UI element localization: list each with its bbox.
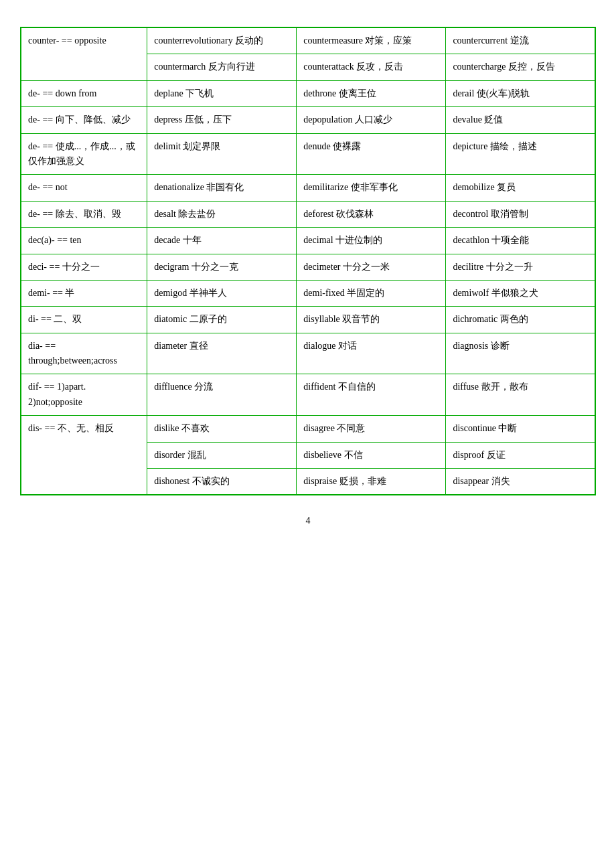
example-cell: countercurrent 逆流 xyxy=(446,27,595,54)
example-cell: decilitre 十分之一升 xyxy=(446,254,595,280)
example-cell: countercharge 反控，反告 xyxy=(446,54,595,80)
table-row: de- == 使成...，作成...，或仅作加强意义 delimit 划定界限 … xyxy=(21,133,595,175)
example-cell: decigram 十分之一克 xyxy=(147,254,297,280)
example-cell: countermarch 反方向行进 xyxy=(147,54,297,80)
example-cell: counterrevolutionary 反动的 xyxy=(147,27,297,54)
prefix-cell: dif- == 1)apart. 2)not;opposite xyxy=(21,374,147,416)
example-cell: diameter 直径 xyxy=(147,333,297,374)
table-row: dif- == 1)apart. 2)not;opposite diffluen… xyxy=(21,374,595,416)
example-cell: disappear 消失 xyxy=(446,469,595,495)
prefix-cell: di- == 二、双 xyxy=(21,307,147,333)
prefix-cell: de- == not xyxy=(21,175,147,201)
example-cell: decimeter 十分之一米 xyxy=(297,254,446,280)
example-cell: devalue 贬值 xyxy=(446,107,595,133)
example-cell: decontrol 取消管制 xyxy=(446,201,595,227)
example-cell: dispraise 贬损，非难 xyxy=(297,469,446,495)
main-table: counter- == opposite counterrevolutionar… xyxy=(20,27,596,495)
prefix-cell: dia- == through;between;across xyxy=(21,333,147,374)
prefix-cell: demi- == 半 xyxy=(21,280,147,306)
table-row: de- == 向下、降低、减少 depress 压低，压下 depopulati… xyxy=(21,107,595,133)
table-row: demi- == 半 demigod 半神半人 demi-fixed 半固定的 … xyxy=(21,280,595,306)
example-cell: disorder 混乱 xyxy=(147,442,297,468)
example-cell: decimal 十进位制的 xyxy=(297,228,446,254)
table-row: de- == 除去、取消、毁 desalt 除去盐份 deforest 砍伐森林… xyxy=(21,201,595,227)
example-cell: discontinue 中断 xyxy=(446,416,595,442)
prefix-cell: de- == 使成...，作成...，或仅作加强意义 xyxy=(21,133,147,175)
prefix-cell: deci- == 十分之一 xyxy=(21,254,147,280)
example-cell: dialogue 对话 xyxy=(297,333,446,374)
example-cell: decathlon 十项全能 xyxy=(446,228,595,254)
table-row: counter- == opposite counterrevolutionar… xyxy=(21,27,595,54)
example-cell: diagnosis 诊断 xyxy=(446,333,595,374)
example-cell: depicture 描绘，描述 xyxy=(446,133,595,175)
example-cell: demilitarize 使非军事化 xyxy=(297,175,446,201)
example-cell: diatomic 二原子的 xyxy=(147,307,297,333)
example-cell: dishonest 不诚实的 xyxy=(147,469,297,495)
example-cell: desalt 除去盐份 xyxy=(147,201,297,227)
example-cell: depopulation 人口减少 xyxy=(297,107,446,133)
example-cell: counterattack 反攻，反击 xyxy=(297,54,446,80)
example-cell: disbelieve 不信 xyxy=(297,442,446,468)
table-row: di- == 二、双 diatomic 二原子的 disyllable 双音节的… xyxy=(21,307,595,333)
example-cell: dislike 不喜欢 xyxy=(147,416,297,442)
example-cell: diffuse 散开，散布 xyxy=(446,374,595,416)
prefix-cell: de- == down from xyxy=(21,80,147,106)
table-row: de- == not denationalize 非国有化 demilitari… xyxy=(21,175,595,201)
example-cell: disproof 反证 xyxy=(446,442,595,468)
prefix-cell: de- == 除去、取消、毁 xyxy=(21,201,147,227)
example-cell: dethrone 使离王位 xyxy=(297,80,446,106)
example-cell: denationalize 非国有化 xyxy=(147,175,297,201)
example-cell: deplane 下飞机 xyxy=(147,80,297,106)
example-cell: depress 压低，压下 xyxy=(147,107,297,133)
example-cell: demigod 半神半人 xyxy=(147,280,297,306)
example-cell: decade 十年 xyxy=(147,228,297,254)
example-cell: countermeasure 对策，应策 xyxy=(297,27,446,54)
table-row: dia- == through;between;across diameter … xyxy=(21,333,595,374)
table-row: dis- == 不、无、相反 dislike 不喜欢 disagree 不同意 … xyxy=(21,416,595,442)
example-cell: demobilize 复员 xyxy=(446,175,595,201)
example-cell: disagree 不同意 xyxy=(297,416,446,442)
prefix-cell: dec(a)- == ten xyxy=(21,228,147,254)
table-row: de- == down from deplane 下飞机 dethrone 使离… xyxy=(21,80,595,106)
example-cell: dichromatic 两色的 xyxy=(446,307,595,333)
example-cell: demiwolf 半似狼之犬 xyxy=(446,280,595,306)
example-cell: derail 使(火车)脱轨 xyxy=(446,80,595,106)
example-cell: diffluence 分流 xyxy=(147,374,297,416)
prefix-cell: dis- == 不、无、相反 xyxy=(21,416,147,495)
example-cell: diffident 不自信的 xyxy=(297,374,446,416)
page-number: 4 xyxy=(20,516,596,526)
prefix-cell: counter- == opposite xyxy=(21,27,147,80)
page-wrapper: counter- == opposite counterrevolutionar… xyxy=(20,27,596,526)
table-row: deci- == 十分之一 decigram 十分之一克 decimeter 十… xyxy=(21,254,595,280)
example-cell: deforest 砍伐森林 xyxy=(297,201,446,227)
prefix-cell: de- == 向下、降低、减少 xyxy=(21,107,147,133)
example-cell: disyllable 双音节的 xyxy=(297,307,446,333)
table-row: dec(a)- == ten decade 十年 decimal 十进位制的 d… xyxy=(21,228,595,254)
example-cell: delimit 划定界限 xyxy=(147,133,297,175)
example-cell: demi-fixed 半固定的 xyxy=(297,280,446,306)
example-cell: denude 使裸露 xyxy=(297,133,446,175)
